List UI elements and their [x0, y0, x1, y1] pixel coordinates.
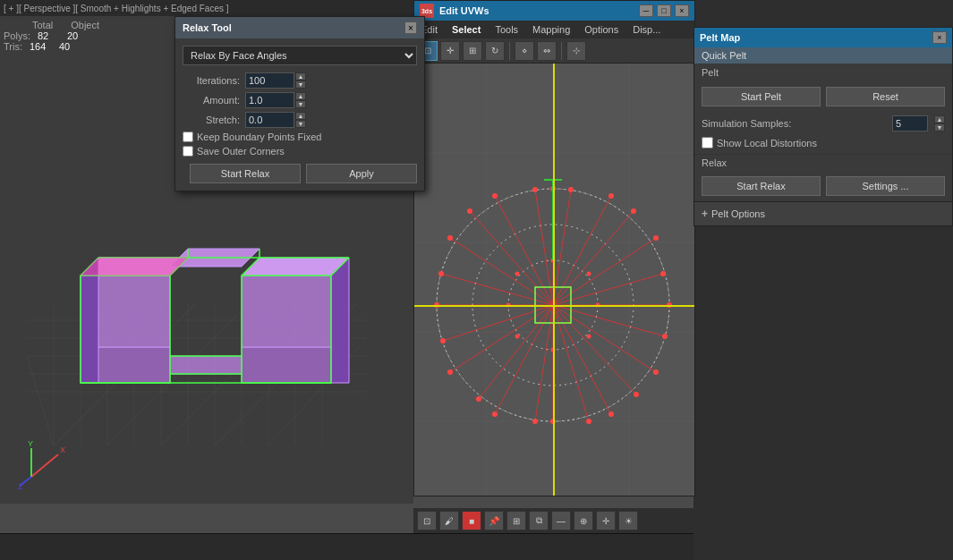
uvw-icon-sun[interactable]: ☀ [618, 511, 638, 530]
iterations-input[interactable] [245, 72, 294, 89]
tris-label: Tris: [4, 41, 22, 52]
pelt-start-relax-button[interactable]: Start Relax [702, 176, 821, 196]
relax-section-label: Relax [702, 157, 727, 168]
amount-spinner[interactable]: ▲ ▼ [295, 92, 306, 108]
save-outer-checkbox[interactable] [183, 146, 193, 157]
uvw-status-bar: ⊡ 🖌 ■ 📌 ⊞ ⧉ — ⊕ ✛ ☀ [413, 508, 695, 533]
stretch-up[interactable]: ▲ [295, 112, 306, 120]
svg-line-45 [31, 454, 58, 477]
uvw-icon-dash[interactable]: — [551, 511, 571, 530]
tb-sep2 [561, 42, 562, 60]
amount-input[interactable] [245, 92, 294, 108]
svg-point-106 [532, 419, 538, 424]
iterations-label: Iterations: [183, 75, 245, 86]
uvw-toolbar-move-btn[interactable]: ✛ [440, 41, 460, 61]
sim-up[interactable]: ▲ [934, 115, 945, 123]
pelt-settings-button[interactable]: Settings ... [826, 176, 945, 196]
uvw-menu-tools[interactable]: Tools [492, 24, 521, 35]
start-relax-button[interactable]: Start Relax [190, 164, 301, 183]
simulation-row: Simulation Samples: ▲ ▼ [694, 112, 952, 135]
uvw-maximize-button[interactable]: □ [657, 4, 671, 17]
tb-sep1 [509, 42, 510, 60]
uvw-toolbar-snap-btn[interactable]: ⊹ [566, 41, 586, 61]
uvw-icon-move[interactable]: ✛ [596, 511, 616, 530]
tris-total: 164 [30, 41, 52, 52]
pelt-options-label: Pelt Options [711, 208, 765, 219]
uvw-window-controls: ─ □ × [639, 4, 689, 17]
svg-marker-23 [242, 347, 331, 383]
uvw-menu-disp[interactable]: Disp... [630, 24, 663, 35]
uvw-menu-select[interactable]: Select [449, 24, 483, 35]
keep-boundary-checkbox[interactable] [183, 132, 193, 142]
start-pelt-button[interactable]: Start Pelt [702, 87, 821, 106]
uvw-minimize-button[interactable]: ─ [639, 4, 653, 17]
show-distortions-label: Show Local Distortions [717, 138, 817, 148]
uvw-title-bar: 3ds Edit UVWs ─ □ × [414, 1, 694, 21]
pelt-title-bar: Pelt Map × [694, 28, 952, 47]
amount-label: Amount: [183, 95, 245, 106]
svg-point-107 [476, 396, 481, 402]
relax-action-row: Start Relax Settings ... [694, 171, 952, 201]
svg-marker-31 [81, 258, 98, 383]
svg-point-104 [634, 392, 639, 397]
reset-pelt-button[interactable]: Reset [826, 87, 945, 106]
stats-panel: Total Object Polys: 82 20 Tris: 164 40 [4, 20, 99, 52]
stretch-down[interactable]: ▼ [295, 120, 306, 128]
uvw-menu-mapping[interactable]: Mapping [530, 24, 573, 35]
stretch-input[interactable] [245, 112, 294, 128]
uvw-icon-select[interactable]: ⊡ [417, 511, 437, 530]
svg-marker-26 [242, 276, 331, 347]
uvw-toolbar-rotate-btn[interactable]: ↻ [485, 41, 505, 61]
svg-point-105 [586, 419, 591, 424]
stretch-spinner[interactable]: ▲ ▼ [295, 112, 306, 128]
relax-close-button[interactable]: × [404, 21, 417, 34]
keep-boundary-row: Keep Boundary Points Fixed [183, 132, 417, 142]
svg-point-92 [653, 369, 659, 375]
svg-point-90 [653, 235, 659, 241]
uvw-icon-copy[interactable]: ⧉ [529, 511, 549, 530]
pelt-options-row[interactable]: + Pelt Options [694, 201, 952, 225]
apply-button[interactable]: Apply [306, 164, 417, 183]
save-outer-label: Save Outer Corners [197, 146, 285, 157]
uvw-vertical-line [553, 64, 555, 496]
svg-point-111 [532, 187, 538, 192]
svg-point-102 [660, 271, 666, 276]
iterations-spinner[interactable]: ▲ ▼ [295, 72, 306, 89]
iterations-up[interactable]: ▲ [295, 72, 306, 81]
uvw-toolbar-scale-btn[interactable]: ⊞ [463, 41, 482, 61]
svg-marker-30 [331, 258, 349, 383]
svg-point-93 [608, 412, 614, 417]
svg-point-110 [467, 208, 472, 214]
uvw-viewport [414, 64, 694, 496]
iterations-row: Iterations: ▲ ▼ [183, 72, 417, 89]
amount-row: Amount: ▲ ▼ [183, 92, 417, 108]
svg-text:Z: Z [18, 482, 23, 490]
pelt-close-button[interactable]: × [932, 31, 947, 44]
uvw-menu-options[interactable]: Options [582, 24, 621, 35]
uvw-toolbar-freeform-btn[interactable]: ⋄ [515, 41, 534, 61]
show-distortions-row: Show Local Distortions [694, 135, 952, 154]
relax-title-bar: Relax Tool × [175, 17, 424, 38]
uvw-icon-plus[interactable]: ⊕ [574, 511, 593, 530]
uvw-menubar: Edit Select Tools Mapping Options Disp..… [414, 21, 694, 38]
pelt-panel: Pelt Map × Quick Pelt Pelt Start Pelt Re… [693, 27, 953, 226]
svg-point-98 [447, 235, 453, 241]
object-col-label: Object [71, 20, 99, 30]
uvw-icon-paint[interactable]: 🖌 [439, 511, 459, 530]
plus-icon: + [702, 208, 708, 220]
uvw-icon-red-sq[interactable]: ■ [462, 511, 481, 530]
uvw-window: 3ds Edit UVWs ─ □ × Edit Select Tools Ma… [413, 0, 695, 496]
relax-method-dropdown[interactable]: Relax By Face Angles [183, 46, 417, 65]
uvw-toolbar-mirror-btn[interactable]: ⇔ [537, 41, 557, 61]
quick-pelt-header: Quick Pelt [694, 47, 952, 64]
show-distortions-checkbox[interactable] [702, 137, 713, 148]
uvw-close-button[interactable]: × [675, 4, 689, 17]
simulation-input[interactable] [892, 115, 928, 132]
uvw-icon-grid[interactable]: ⊞ [506, 511, 526, 530]
iterations-down[interactable]: ▼ [295, 81, 306, 89]
amount-up[interactable]: ▲ [295, 92, 306, 100]
sim-down[interactable]: ▼ [934, 123, 945, 132]
simulation-spinner[interactable]: ▲ ▼ [934, 115, 945, 132]
uvw-icon-pin[interactable]: 📌 [484, 511, 504, 530]
amount-down[interactable]: ▼ [295, 100, 306, 108]
